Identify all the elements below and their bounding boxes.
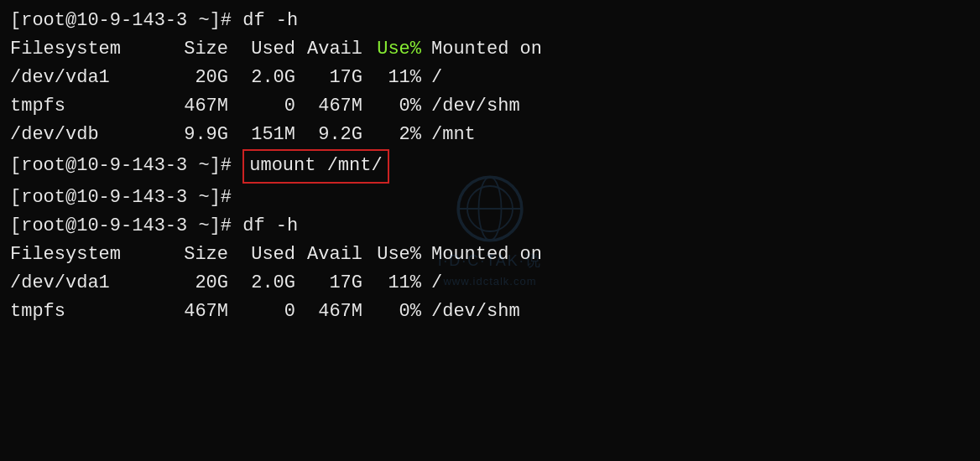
header-filesystem-2: Filesystem	[10, 241, 161, 269]
terminal-line-8: [root@10-9-143-3 ~]# df -h	[10, 212, 970, 241]
mount-vdb: /mnt	[431, 121, 476, 149]
prompt-4: [root@10-9-143-3 ~]#	[10, 212, 232, 241]
fs-tmpfs-1: tmpfs	[10, 92, 161, 121]
prompt-3: [root@10-9-143-3 ~]#	[10, 184, 232, 212]
header-avail-2: Avail	[295, 241, 362, 269]
header-size-2: Size	[161, 241, 228, 269]
header-mounted-1: Mounted on	[431, 35, 542, 64]
terminal-line-9: FilesystemSizeUsedAvailUse%Mounted on	[10, 241, 970, 269]
avail-tmpfs-2: 467M	[295, 298, 362, 326]
header-avail-1: Avail	[295, 35, 362, 64]
size-vda1-1: 20G	[161, 64, 228, 92]
mount-tmpfs-1: /dev/shm	[431, 92, 520, 121]
avail-vda1-1: 17G	[295, 64, 362, 92]
usepct-vdb: 2%	[362, 121, 421, 149]
usepct-vda1-2: 11%	[362, 269, 421, 298]
terminal-line-11: tmpfs467M0467M0%/dev/shm	[10, 298, 970, 326]
terminal-line-6: [root@10-9-143-3 ~]# umount /mnt/	[10, 149, 970, 183]
terminal-line-3: /dev/vda120G2.0G17G11%/	[10, 64, 970, 92]
fs-vda1-2: /dev/vda1	[10, 269, 161, 298]
header-mounted-2: Mounted on	[431, 241, 542, 269]
size-tmpfs-1: 467M	[161, 92, 228, 121]
terminal-line-4: tmpfs467M0467M0%/dev/shm	[10, 92, 970, 121]
avail-tmpfs-1: 467M	[295, 92, 362, 121]
used-vda1-1: 2.0G	[228, 64, 295, 92]
command-1: df -h	[232, 7, 298, 35]
terminal-line-7: [root@10-9-143-3 ~]#	[10, 184, 970, 212]
mount-tmpfs-2: /dev/shm	[431, 298, 520, 326]
header-size-1: Size	[161, 35, 228, 64]
header-usepct-1: Use%	[362, 35, 421, 64]
header-usepct-2: Use%	[362, 241, 421, 269]
space-before-umount	[232, 152, 242, 180]
usepct-tmpfs-1: 0%	[362, 92, 421, 121]
usepct-tmpfs-2: 0%	[362, 298, 421, 326]
avail-vdb: 9.2G	[295, 121, 362, 149]
used-vda1-2: 2.0G	[228, 269, 295, 298]
used-tmpfs-2: 0	[228, 298, 295, 326]
terminal-line-1: [root@10-9-143-3 ~]# df -h	[10, 7, 970, 35]
terminal-line-10: /dev/vda120G2.0G17G11%/	[10, 269, 970, 298]
size-vda1-2: 20G	[161, 269, 228, 298]
command-2: df -h	[232, 212, 298, 241]
mount-vda1-1: /	[431, 64, 442, 92]
umount-command-highlighted: umount /mnt/	[242, 149, 388, 183]
terminal-line-5: /dev/vdb9.9G151M9.2G2%/mnt	[10, 121, 970, 149]
used-vdb: 151M	[228, 121, 295, 149]
fs-tmpfs-2: tmpfs	[10, 298, 161, 326]
fs-vda1-1: /dev/vda1	[10, 64, 161, 92]
used-tmpfs-1: 0	[228, 92, 295, 121]
prompt-1: [root@10-9-143-3 ~]#	[10, 7, 232, 35]
terminal-window: [root@10-9-143-3 ~]# df -h FilesystemSiz…	[0, 0, 980, 461]
fs-vdb: /dev/vdb	[10, 121, 161, 149]
avail-vda1-2: 17G	[295, 269, 362, 298]
mount-vda1-2: /	[431, 269, 442, 298]
prompt-2: [root@10-9-143-3 ~]#	[10, 152, 232, 180]
header-used-1: Used	[228, 35, 295, 64]
header-filesystem-1: Filesystem	[10, 35, 161, 64]
usepct-vda1-1: 11%	[362, 64, 421, 92]
size-vdb: 9.9G	[161, 121, 228, 149]
size-tmpfs-2: 467M	[161, 298, 228, 326]
header-used-2: Used	[228, 241, 295, 269]
terminal-line-2: FilesystemSizeUsedAvailUse%Mounted on	[10, 35, 970, 64]
